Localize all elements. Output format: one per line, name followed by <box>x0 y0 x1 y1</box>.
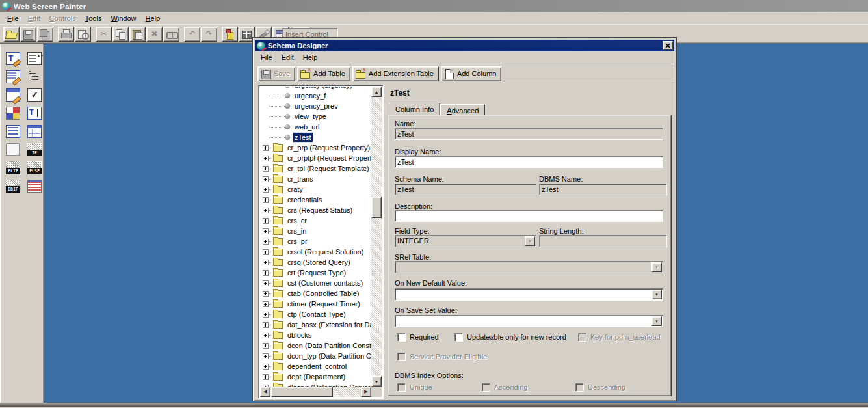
expand-plus-icon[interactable] <box>263 176 269 182</box>
expand-plus-icon[interactable] <box>263 239 269 245</box>
expand-plus-icon[interactable] <box>263 145 269 151</box>
tree-item-label[interactable]: urgency (urgency) <box>293 87 354 90</box>
tree-item-label[interactable]: cr_tpl (Request Template) <box>286 164 371 173</box>
updateable-checkbox[interactable]: Updateable only for new record <box>454 333 566 342</box>
dialog-menu-help[interactable]: Help <box>298 52 322 63</box>
expand-plus-icon[interactable] <box>263 343 269 349</box>
palette-endif-tool[interactable]: EDIF <box>5 179 21 193</box>
scroll-down-icon[interactable]: ▼ <box>371 376 382 387</box>
tree-row[interactable]: dblocks <box>260 330 371 340</box>
tree-item-label[interactable]: crs_in <box>286 226 308 236</box>
tree-item-label[interactable]: crsol (Request Solution) <box>286 247 365 256</box>
palette-striped-table-tool[interactable] <box>27 179 42 193</box>
copy-button[interactable] <box>112 27 129 42</box>
palette-grid-control-tool[interactable] <box>27 124 42 139</box>
expand-plus-icon[interactable] <box>263 301 269 307</box>
tree-row[interactable]: zTest <box>260 132 371 143</box>
tab-advanced[interactable]: Advanced <box>440 104 485 115</box>
open-button[interactable] <box>3 27 20 42</box>
expand-plus-icon[interactable] <box>263 208 269 213</box>
tree-item-label[interactable]: crs_pr <box>286 237 309 246</box>
tree-horizontal-scrollbar[interactable]: ◀ ▶ <box>260 387 371 397</box>
add-extension-table-button[interactable]: ✳Add Extension Table <box>352 66 439 81</box>
dialog-menu-edit[interactable]: Edit <box>277 52 298 63</box>
tree-item-label[interactable]: urgency_prev <box>293 102 339 111</box>
tree-row[interactable]: credentials <box>260 195 371 205</box>
tree-row[interactable]: dependent_control <box>260 361 371 372</box>
tab-column-info[interactable]: Column Info <box>389 103 440 115</box>
tree-row[interactable]: ctp (Contact Type) <box>260 309 371 320</box>
preview-button[interactable] <box>75 27 91 42</box>
expand-plus-icon[interactable] <box>263 166 269 172</box>
tree-row[interactable]: cr_prptpl (Request Property T <box>260 153 371 163</box>
saveall-button[interactable] <box>37 27 53 42</box>
expand-plus-icon[interactable] <box>263 333 269 338</box>
expand-plus-icon[interactable] <box>263 280 269 286</box>
palette-color-grid-tool[interactable] <box>5 106 21 120</box>
expand-plus-icon[interactable] <box>263 197 269 203</box>
description-field[interactable] <box>395 210 663 222</box>
tree-row[interactable]: crs_cr <box>260 215 371 226</box>
palette-list-box-tool[interactable] <box>5 124 21 139</box>
tree-item-label[interactable]: ctimer (Request Timer) <box>286 299 362 308</box>
tree-row[interactable]: cr_prp (Request Property) <box>260 143 371 153</box>
publish-button[interactable] <box>222 27 238 42</box>
palette-textbox-tool[interactable] <box>27 106 42 120</box>
tree-item-label[interactable]: cr_prp (Request Property) <box>286 143 371 152</box>
tree-row[interactable]: cst (Customer contacts) <box>260 278 371 288</box>
tree-row[interactable]: dlgsrvr (Delegation Server) <box>260 382 371 387</box>
tree-row[interactable]: cr_tpl (Request Template) <box>260 163 371 174</box>
expand-plus-icon[interactable] <box>263 156 269 161</box>
tree-item-label[interactable]: craty <box>286 185 304 194</box>
checkbox-box[interactable] <box>397 333 406 342</box>
add-table-button[interactable]: ✳Add Table <box>297 66 350 81</box>
close-icon[interactable]: ✕ <box>663 41 673 50</box>
tree-row[interactable]: craty <box>260 184 371 195</box>
expand-plus-icon[interactable] <box>263 353 269 359</box>
menu-file[interactable]: File <box>3 13 23 24</box>
delete-button[interactable]: ✖ <box>146 27 163 42</box>
expand-plus-icon[interactable] <box>263 228 269 234</box>
tree-item-label[interactable]: ctab (Controlled Table) <box>286 289 360 298</box>
tree-item-label[interactable]: crs_cr <box>286 216 308 225</box>
palette-notebook-edit-tool[interactable] <box>5 70 21 84</box>
tree-vertical-scrollbar[interactable]: ▲ ▼ <box>371 87 382 387</box>
tree-item-label[interactable]: dependent_control <box>286 362 348 371</box>
tree-row[interactable]: dcon (Data Partition Constrai <box>260 340 371 351</box>
tree-item-label[interactable]: dat_basx (Extension for Data <box>286 320 371 329</box>
add-column-button[interactable]: Add Column <box>441 66 502 81</box>
tree-item-label[interactable]: view_type <box>293 112 328 121</box>
tree-item-label[interactable]: dept (Department) <box>286 372 347 381</box>
palette-text-designer-tool[interactable] <box>5 51 21 66</box>
tree-item-label[interactable]: zTest <box>293 133 313 142</box>
tree-item-label[interactable]: crsq (Stored Query) <box>286 258 352 267</box>
palette-checkbox-tool[interactable] <box>27 88 42 102</box>
tree-row[interactable]: ctimer (Request Timer) <box>260 299 371 309</box>
dialog-titlebar[interactable]: Schema Designer ✕ <box>255 40 674 51</box>
tree-item-label[interactable]: urgency_f <box>293 91 327 100</box>
palette-elif-tool[interactable]: ELIF <box>5 161 21 175</box>
expand-plus-icon[interactable] <box>263 260 269 265</box>
expand-plus-icon[interactable] <box>263 322 269 328</box>
save-button[interactable] <box>20 27 36 42</box>
horizontal-scroll-thumb[interactable] <box>271 387 333 397</box>
tree-row[interactable]: crt (Request Type) <box>260 267 371 278</box>
tree-item-label[interactable]: web_url <box>293 122 321 131</box>
scroll-right-icon[interactable]: ▶ <box>361 387 371 397</box>
cut-button[interactable]: ✂ <box>96 27 112 42</box>
on-new-default-combo[interactable]: ▼ <box>395 288 663 301</box>
tree-row[interactable]: crsol (Request Solution) <box>260 247 371 257</box>
display-name-field[interactable]: zTest <box>395 156 663 168</box>
tree-row[interactable]: crs_in <box>260 226 371 236</box>
palette-else-tool[interactable]: ELSE <box>27 161 42 175</box>
tree-item-label[interactable]: cr_prptpl (Request Property T <box>286 154 371 163</box>
tree-item-label[interactable]: cr_trans <box>286 174 315 184</box>
expand-plus-icon[interactable] <box>263 291 269 297</box>
vertical-scroll-thumb[interactable] <box>371 197 382 218</box>
chevron-down-icon[interactable]: ▼ <box>651 316 662 326</box>
dialog-menu-file[interactable]: File <box>256 52 277 63</box>
palette-button-tool[interactable] <box>5 143 21 157</box>
tree-row[interactable]: dept (Department) <box>260 372 371 382</box>
tree-row[interactable]: dat_basx (Extension for Data <box>260 320 371 330</box>
tree-item-label[interactable]: dcon_typ (Data Partition Con <box>286 351 371 360</box>
